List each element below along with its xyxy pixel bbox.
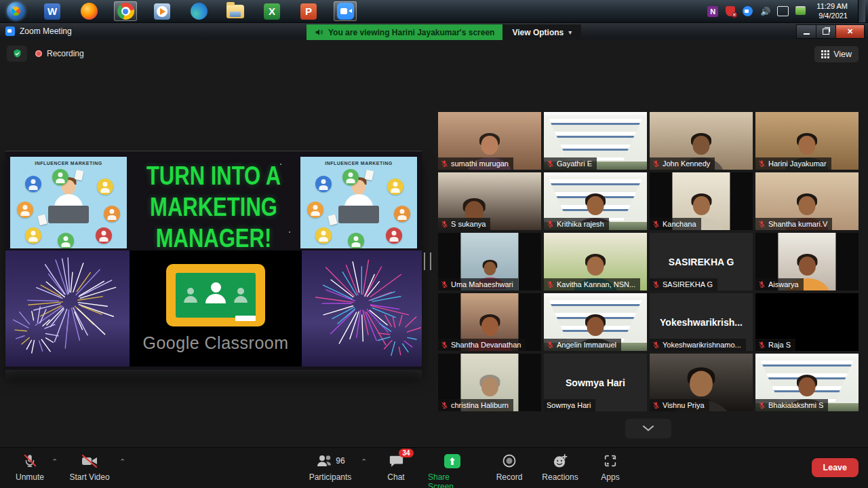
banner-text: You are viewing Harini Jayakumar's scree…	[328, 28, 494, 37]
share-screen-icon	[444, 454, 460, 468]
unmute-button[interactable]: Unmute	[12, 453, 47, 482]
mic-options-caret[interactable]: ⌃	[52, 457, 58, 466]
mic-muted-icon	[22, 453, 37, 469]
meeting-area: Recording View INFLUENCER MARKETING	[0, 39, 868, 448]
google-classroom-logo-block: Google Classroom	[130, 250, 302, 367]
view-button[interactable]: View	[814, 46, 859, 62]
participants-options-caret[interactable]: ⌃	[361, 457, 367, 466]
participant-name-label: sumathi murugan	[438, 157, 513, 170]
taskbar-excel[interactable]: X	[260, 1, 283, 21]
taskbar-zoom[interactable]	[334, 1, 357, 21]
chat-button[interactable]: 34 Chat	[380, 453, 412, 482]
zoom-tray-icon[interactable]	[742, 5, 753, 17]
panel-resize-handle[interactable]	[424, 252, 431, 270]
gallery-next-page-button[interactable]	[625, 419, 671, 438]
participant-name-label: John Kennedy	[650, 157, 715, 170]
shield-check-icon	[12, 48, 22, 59]
participant-tile[interactable]: Gayathri E	[544, 112, 647, 170]
clock-date: 9/4/2021	[816, 12, 848, 21]
view-options-dropdown[interactable]: View Options ▾	[502, 24, 581, 40]
participant-name-text: Vishnu Priya	[663, 401, 705, 409]
reactions-button[interactable]: Reactions	[538, 453, 582, 482]
windows-taskbar: W X P N 🔊 11:29 AM 9/4/2021	[0, 0, 868, 22]
chat-label: Chat	[387, 472, 404, 482]
taskbar-word[interactable]: W	[41, 1, 64, 21]
chevron-down-icon	[643, 426, 654, 432]
participant-tile[interactable]: Shantha kumari.V	[755, 172, 859, 230]
record-label: Record	[496, 472, 523, 482]
taskbar-clock[interactable]: 11:29 AM 9/4/2021	[812, 2, 852, 21]
participant-tile[interactable]: christina Haliburn	[438, 354, 541, 411]
muted-mic-icon	[441, 401, 448, 409]
muted-mic-icon	[758, 159, 766, 168]
clock-time: 11:29 AM	[816, 2, 848, 12]
muted-mic-icon	[441, 280, 448, 288]
close-button[interactable]: ✕	[836, 24, 865, 39]
participant-tile[interactable]: Yokeshwarikrish... Yokeshwarikrishnamo..…	[650, 293, 753, 351]
unmute-label: Unmute	[16, 472, 44, 482]
record-button[interactable]: Record	[492, 453, 527, 482]
participants-count: 96	[336, 456, 344, 466]
security-shield-button[interactable]	[7, 45, 27, 62]
chrome-icon	[117, 3, 134, 20]
participant-tile[interactable]: Vishnu Priya	[650, 354, 753, 411]
start-button[interactable]	[4, 1, 27, 21]
taskbar-file-explorer[interactable]	[224, 1, 247, 21]
participant-name-label: SASIREKHA G	[650, 278, 717, 290]
muted-mic-icon	[652, 401, 660, 409]
participant-name-text: Aiswarya	[768, 280, 799, 288]
video-options-caret[interactable]: ⌃	[119, 457, 125, 466]
muted-mic-icon	[441, 159, 448, 168]
restore-button[interactable]	[816, 24, 836, 39]
participant-name-label: Aiswarya	[755, 278, 804, 290]
participant-name-text: Harini Jayakumar	[768, 159, 827, 168]
onenote-tray-icon[interactable]: N	[707, 6, 718, 17]
participant-tile[interactable]: Angelin Immanuel	[544, 293, 647, 351]
participant-name-text: sumathi murugan	[451, 159, 509, 168]
taskbar-edge[interactable]	[187, 1, 210, 21]
participant-tile[interactable]: Harini Jayakumar	[755, 112, 859, 170]
muted-mic-icon	[547, 341, 554, 349]
muted-mic-icon	[547, 220, 554, 228]
share-screen-button[interactable]: Share Screen	[428, 453, 477, 488]
participant-name-text: Shantha Devanathan	[451, 341, 521, 349]
apps-button[interactable]: Apps	[595, 453, 626, 482]
participant-name-label: Krithika rajesh	[544, 218, 609, 230]
taskbar-powerpoint[interactable]: P	[297, 1, 320, 21]
muted-mic-icon	[652, 220, 660, 228]
windows-start-icon	[7, 2, 25, 20]
taskbar-chrome[interactable]	[114, 1, 137, 21]
antivirus-tray-icon[interactable]	[724, 5, 736, 17]
recording-indicator[interactable]: Recording	[35, 49, 84, 58]
start-video-button[interactable]: Start Video	[66, 453, 113, 482]
participant-tile[interactable]: Kavitha Kannan, NSN...	[544, 233, 647, 290]
participant-tile[interactable]: John Kennedy	[650, 112, 753, 170]
participants-button[interactable]: 96 Participants	[304, 453, 357, 482]
participant-tile[interactable]: sumathi murugan	[438, 112, 541, 170]
participant-tile[interactable]: S sukanya	[438, 172, 541, 230]
participant-tile[interactable]: Sowmya Hari Sowmya Hari	[544, 354, 647, 411]
participant-name-text: Uma Mahaeshwari	[451, 280, 513, 288]
network-icon[interactable]	[777, 5, 789, 17]
slide-headline: TURN INTO A MARKETING MANAGER!	[136, 161, 290, 255]
taskbar-media-player[interactable]	[151, 1, 174, 21]
participant-tile[interactable]: Krithika rajesh	[544, 172, 647, 230]
participant-tile[interactable]: Raja S	[755, 293, 859, 351]
drive-status-icon[interactable]	[795, 5, 806, 17]
participant-tile[interactable]: Shantha Devanathan	[438, 293, 541, 351]
participant-tile[interactable]: Kanchana	[650, 172, 753, 230]
participant-tile[interactable]: SASIREKHA G SASIREKHA G	[650, 233, 753, 290]
participant-name-label: Sowmya Hari	[544, 399, 595, 411]
participant-name-label: Shantha kumari.V	[755, 218, 832, 230]
participant-tile[interactable]: Bhakialakshmi S	[755, 354, 859, 411]
leave-button[interactable]: Leave	[812, 458, 859, 477]
camera-off-icon	[81, 453, 98, 469]
minimize-button[interactable]	[796, 24, 816, 39]
participant-name-label: Bhakialakshmi S	[755, 399, 828, 411]
show-desktop-button[interactable]	[858, 0, 865, 22]
volume-icon[interactable]: 🔊	[760, 5, 771, 17]
taskbar-firefox[interactable]	[77, 1, 100, 21]
record-icon	[502, 453, 517, 468]
participant-tile[interactable]: Aiswarya	[755, 233, 859, 290]
participant-tile[interactable]: Uma Mahaeshwari	[438, 233, 541, 290]
